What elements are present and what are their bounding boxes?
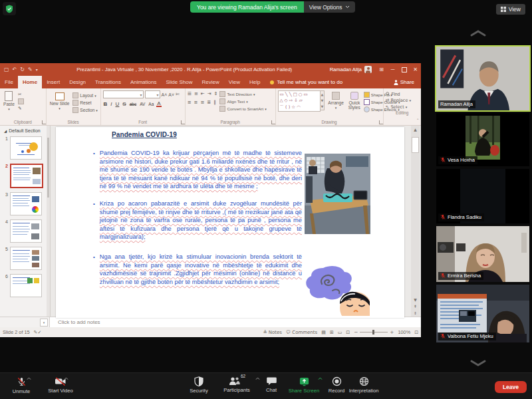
quick-styles-button[interactable]: Quick Styles [347,90,362,110]
font-size-combobox[interactable]: ▾ [145,90,160,98]
classroom-photo[interactable] [305,154,370,234]
slide-thumbnail-5[interactable]: 5 [0,245,50,272]
strikethrough-button[interactable]: S [122,101,126,107]
drawing-dialog-launcher[interactable] [379,120,383,124]
unmute-options-chevron[interactable] [27,377,31,380]
participant-tile-ramadan-alija[interactable]: Ramadan Alija [436,47,529,110]
bullets-button[interactable]: ☰ [188,91,192,96]
font-dialog-launcher[interactable] [181,120,185,124]
tab-insert[interactable]: Insert [42,76,65,88]
italic-button[interactable]: I [110,101,112,107]
scrollbar-thumb[interactable] [412,137,419,153]
scroll-up-icon[interactable]: ▲ [414,127,417,132]
align-left-icon[interactable]: ≡ [188,100,192,105]
tab-animations[interactable]: Animations [126,76,162,88]
paragraph-dialog-launcher[interactable] [271,120,275,124]
slide-thumbnail-3[interactable]: 3 [0,190,50,217]
font-color-button[interactable]: A [156,101,161,107]
decrease-indent-icon[interactable]: ⇤ [201,91,205,96]
tab-review[interactable]: Review [197,76,223,88]
format-painter-icon[interactable]: ✎ [18,106,24,111]
new-slide-button[interactable]: New Slide ▾ [49,90,71,110]
align-center-icon[interactable]: ≡ [194,100,198,105]
thumbnail-panel-scrollbar[interactable] [47,126,50,317]
next-slide-icon[interactable]: ⇟ [414,311,417,315]
columns-icon[interactable]: ∥ [213,100,216,105]
zoom-slider[interactable]: − + [354,329,394,335]
account-name[interactable]: Ramadan Alija [330,66,362,72]
zoom-level[interactable]: 100% [398,329,410,335]
clear-formatting-icon[interactable]: ✄ [176,92,180,97]
bold-button[interactable]: B [103,101,108,107]
slide-thumbnail-6[interactable]: 6 [0,272,50,299]
start-video-button[interactable]: Start Video [40,376,81,394]
current-slide[interactable]: Pandemia COVID-19 •Pandemia COVID-19 ka … [56,127,404,318]
undo-icon[interactable]: ↶ [13,66,17,72]
copy-icon[interactable] [18,98,24,104]
scroll-down-icon[interactable]: ▼ [414,297,417,302]
slide-vertical-scrollbar[interactable]: ▲ ▼ ⇞ ⇟ [411,126,420,317]
zoom-out-icon[interactable]: − [354,329,358,335]
pen-icon[interactable]: ✎ [28,66,33,72]
increase-indent-icon[interactable]: ⇥ [207,91,211,96]
participants-button[interactable]: 62 Participants [218,376,255,393]
zoom-in-icon[interactable]: + [390,329,394,335]
align-text-button[interactable]: Align Text▾ [219,98,266,104]
fit-to-window-icon[interactable]: ⊡ [414,330,418,335]
change-case-button[interactable]: Aa [148,102,154,106]
spell-check-icon[interactable]: ✎✓ [34,330,42,335]
view-options-button[interactable]: View Options [304,1,355,13]
ribbon-display-options-icon[interactable]: ⊞ [376,63,387,76]
slideshow-view-icon[interactable]: ⊡ [346,330,350,335]
tab-view[interactable]: View [224,76,245,88]
section-header[interactable]: ◢ Default Section [0,126,50,134]
notes-splitter-icon[interactable]: ▾ [40,319,48,327]
shapes-gallery-scroll[interactable]: ▲▼▼ [321,90,325,110]
slide-thumbnail-1[interactable]: 1 [0,134,50,162]
smartart-button[interactable]: Convert to SmartArt▾ [219,106,266,112]
meeting-security-shield-icon[interactable] [3,2,16,15]
align-right-icon[interactable]: ≡ [200,100,204,105]
slide-thumbnail-4[interactable]: 4 [0,217,50,245]
scroll-participants-down-icon[interactable] [469,359,487,367]
bullet-1[interactable]: •Pandemia COVID-19 ka krijuar përçarjen … [93,149,302,191]
select-button[interactable]: ⇖Select▾ [386,104,419,110]
notes-toggle[interactable]: ≜ Notes [263,330,282,335]
tab-design[interactable]: Design [65,76,90,88]
minimize-button[interactable]: ─ [387,63,398,76]
security-button[interactable]: Security [184,376,214,394]
find-button[interactable]: Find [386,92,419,96]
leave-button[interactable]: Leave [495,381,527,393]
cut-icon[interactable]: ✂ [18,92,24,97]
line-spacing-icon[interactable]: ⇕ [214,91,218,96]
justify-icon[interactable]: ≣ [207,100,211,105]
participant-tile-vesa-hoxha[interactable]: Vesa Hoxha [436,113,529,166]
account-avatar[interactable] [364,66,372,73]
bullet-2[interactable]: •Kriza po acaron pabarazitë e arsimit du… [93,200,302,241]
numbering-button[interactable]: ≡ [194,91,198,96]
participant-tile-ermira-berisha[interactable]: Ermira Berisha [436,226,529,282]
increase-font-icon[interactable]: A˄ [162,92,168,97]
unmute-button[interactable]: Unmute [5,376,37,394]
slide-title[interactable]: Pandemia COVID-19 [112,131,177,138]
save-icon[interactable]: ▢ [4,66,9,72]
tab-help[interactable]: Help [245,76,265,88]
previous-slide-icon[interactable]: ⇞ [414,304,417,309]
slide-thumbnail-2-selected[interactable]: 2 [0,162,50,190]
redo-icon[interactable]: ↻ [20,66,25,72]
underline-button[interactable]: U [115,101,120,107]
participant-tile-valbona-fetiu-mjeku[interactable]: Valbona Fetiu Mjeku [436,285,529,342]
tab-home[interactable]: Home [18,76,42,88]
font-name-combobox[interactable]: ▾ [103,90,144,98]
interpretation-button[interactable]: Interpretation [344,376,383,394]
bullet-3[interactable]: •Nga ana tjetër, kjo krizë ka stimuluar … [93,253,302,286]
notes-placeholder[interactable]: Click to add notes [50,319,100,325]
share-options-chevron[interactable] [318,377,323,380]
section-button[interactable]: Section▾ [72,107,98,113]
clear-format-button[interactable]: abc [129,102,137,106]
normal-view-icon[interactable]: ▤ [321,330,326,335]
character-spacing-button[interactable]: AV [139,102,146,106]
collapse-ribbon-icon[interactable]: ˄ [417,118,420,124]
tell-me-box[interactable]: Tell me what you want to do [265,76,348,88]
clipboard-dialog-launcher[interactable] [42,120,46,124]
